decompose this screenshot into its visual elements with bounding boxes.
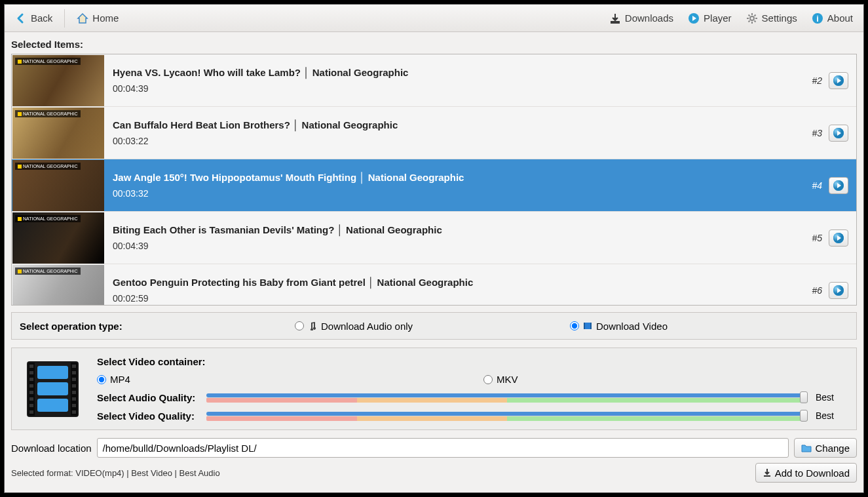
svg-rect-22	[29, 378, 33, 381]
home-label: Home	[92, 12, 119, 24]
video-index: #3	[812, 128, 822, 138]
svg-rect-32	[72, 391, 76, 394]
svg-rect-35	[72, 410, 76, 414]
svg-rect-18	[28, 363, 35, 416]
status-text: Selected format: VIDEO(mp4) | Best Video…	[11, 468, 220, 478]
play-button[interactable]	[829, 125, 848, 142]
film-reel-icon	[20, 356, 85, 422]
list-item[interactable]: NATIONAL GEOGRAPHICJaw Angle 150°! Two H…	[12, 159, 856, 212]
svg-text:i: i	[816, 14, 819, 24]
list-item[interactable]: NATIONAL GEOGRAPHICCan Buffalo Herd Beat…	[12, 107, 856, 159]
add-to-download-button[interactable]: Add to Download	[755, 463, 857, 483]
play-button[interactable]	[829, 229, 848, 247]
download-location-input[interactable]	[97, 438, 789, 458]
player-label: Player	[704, 12, 732, 24]
svg-rect-31	[72, 384, 76, 388]
svg-rect-16	[590, 323, 592, 329]
svg-rect-24	[29, 391, 33, 394]
play-icon	[833, 180, 844, 191]
download-location-label: Download location	[11, 443, 92, 454]
audio-quality-label: Select Audio Quality:	[97, 392, 198, 403]
play-button[interactable]	[829, 177, 848, 194]
mp4-radio[interactable]	[97, 375, 106, 384]
video-slider-handle[interactable]	[800, 410, 808, 422]
home-icon	[77, 12, 88, 24]
svg-rect-28	[72, 365, 76, 368]
back-label: Back	[31, 12, 52, 24]
home-button[interactable]: Home	[71, 10, 124, 27]
list-item[interactable]: NATIONAL GEOGRAPHICGentoo Penguin Protec…	[12, 264, 856, 306]
selected-items-list[interactable]: NATIONAL GEOGRAPHICHyena VS. Lycaon! Who…	[11, 54, 857, 306]
player-button[interactable]: Player	[683, 10, 737, 27]
thumbnail-tag: NATIONAL GEOGRAPHIC	[15, 110, 81, 117]
download-video-label: Download Video	[596, 321, 668, 332]
video-thumbnail: NATIONAL GEOGRAPHIC	[12, 160, 104, 211]
video-duration: 00:03:22	[113, 136, 804, 146]
video-index: #6	[812, 285, 822, 296]
thumbnail-tag: NATIONAL GEOGRAPHIC	[15, 58, 81, 65]
add-download-icon	[763, 468, 772, 477]
video-title: Hyena VS. Lycaon! Who will take Lamb? │ …	[113, 67, 804, 78]
svg-rect-19	[71, 363, 77, 416]
video-thumbnail: NATIONAL GEOGRAPHIC	[12, 108, 104, 159]
music-note-icon	[308, 321, 317, 330]
settings-button[interactable]: Settings	[741, 10, 802, 27]
mp4-option[interactable]: MP4	[97, 374, 457, 385]
audio-quality-slider[interactable]	[206, 391, 808, 403]
video-index: #2	[812, 75, 822, 86]
download-video-option[interactable]: Download Video	[570, 321, 668, 332]
folder-icon	[801, 443, 812, 452]
downloads-button[interactable]: Downloads	[604, 10, 679, 27]
svg-rect-30	[72, 378, 76, 381]
video-title: Jaw Angle 150°! Two Hippopotamus' Mouth …	[113, 172, 804, 183]
audio-slider-handle[interactable]	[800, 391, 808, 403]
operation-label: Select operation type:	[20, 321, 295, 332]
change-location-button[interactable]: Change	[794, 438, 857, 458]
video-title: Can Buffalo Herd Beat Lion Brothers? │ N…	[113, 119, 804, 130]
play-icon	[833, 75, 844, 87]
video-quality-slider[interactable]	[206, 410, 808, 422]
film-icon	[583, 321, 592, 330]
selected-items-label: Selected Items:	[5, 32, 863, 54]
player-icon	[688, 12, 700, 24]
video-thumbnail: NATIONAL GEOGRAPHIC	[12, 55, 104, 106]
back-button[interactable]: Back	[10, 10, 58, 27]
video-quality-value: Best	[816, 410, 848, 421]
video-title: Biting Each Other is Tasmanian Devils' M…	[113, 224, 804, 235]
play-button[interactable]	[829, 282, 848, 299]
download-audio-radio[interactable]	[295, 321, 304, 330]
list-item[interactable]: NATIONAL GEOGRAPHICBiting Each Other is …	[12, 212, 856, 264]
download-audio-option[interactable]: Download Audio only	[295, 321, 570, 332]
svg-rect-34	[72, 404, 76, 407]
play-icon	[833, 232, 844, 244]
operation-type-row: Select operation type: Download Audio on…	[11, 312, 857, 340]
svg-rect-21	[29, 371, 33, 374]
back-arrow-icon	[15, 12, 27, 24]
svg-rect-37	[37, 382, 68, 395]
svg-rect-15	[584, 323, 585, 329]
download-video-radio[interactable]	[570, 321, 579, 330]
audio-quality-value: Best	[816, 392, 848, 403]
video-duration: 00:04:39	[113, 241, 804, 251]
info-icon: i	[812, 12, 823, 24]
about-button[interactable]: i About	[806, 10, 858, 27]
list-item[interactable]: NATIONAL GEOGRAPHICHyena VS. Lycaon! Who…	[12, 54, 856, 107]
thumbnail-tag: NATIONAL GEOGRAPHIC	[15, 163, 81, 170]
play-button[interactable]	[829, 72, 848, 89]
settings-label: Settings	[762, 12, 797, 24]
svg-rect-38	[37, 399, 68, 412]
svg-rect-27	[29, 410, 33, 414]
gear-icon	[746, 12, 758, 24]
video-config-panel: Select Video container: MP4 MKV Select A…	[11, 348, 857, 430]
svg-rect-33	[72, 397, 76, 401]
svg-rect-23	[29, 384, 33, 388]
svg-rect-39	[764, 475, 770, 477]
svg-rect-26	[29, 404, 33, 407]
video-index: #5	[812, 233, 822, 243]
video-quality-label: Select Video Quality:	[97, 410, 198, 422]
video-thumbnail: NATIONAL GEOGRAPHIC	[12, 265, 104, 306]
add-download-label: Add to Download	[775, 467, 850, 479]
mkv-option[interactable]: MKV	[483, 374, 518, 385]
video-duration: 00:04:39	[113, 83, 804, 94]
mkv-radio[interactable]	[483, 375, 493, 384]
